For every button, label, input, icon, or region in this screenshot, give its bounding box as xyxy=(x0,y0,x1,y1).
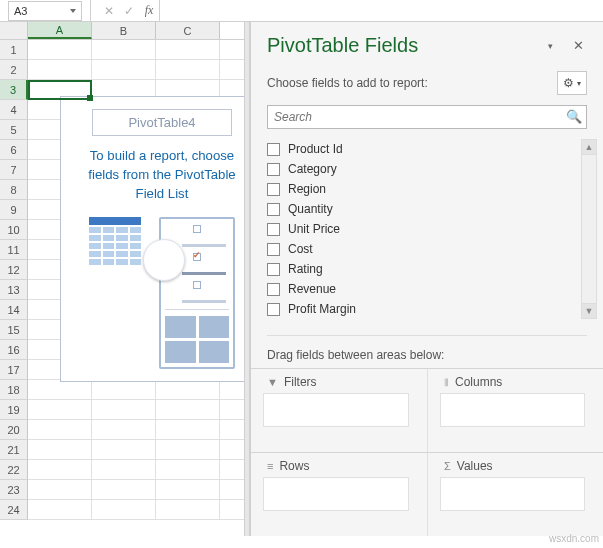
field-item[interactable]: Unit Price xyxy=(267,219,577,239)
column-header[interactable]: C xyxy=(156,22,220,39)
rows-area[interactable]: ≡Rows xyxy=(251,452,427,536)
values-area[interactable]: ΣValues xyxy=(427,452,603,536)
pivot-placeholder-message: To build a report, choose fields from th… xyxy=(71,146,244,203)
row-header[interactable]: 12 xyxy=(0,260,28,280)
pivot-fields-pane: PivotTable Fields ▾ ✕ Choose fields to a… xyxy=(250,22,603,536)
row-header[interactable]: 13 xyxy=(0,280,28,300)
cells-area[interactable]: PivotTable4 To build a report, choose fi… xyxy=(28,40,244,536)
checkbox-icon[interactable] xyxy=(267,203,280,216)
field-item[interactable]: Cost xyxy=(267,239,577,259)
drop-zone[interactable] xyxy=(440,477,585,511)
row-header[interactable]: 1 xyxy=(0,40,28,60)
select-all-corner[interactable] xyxy=(0,22,28,39)
area-label: Columns xyxy=(455,375,502,389)
filter-icon: ▼ xyxy=(267,376,278,388)
insert-function-icon[interactable]: fx xyxy=(139,1,159,21)
pane-collapse-icon[interactable]: ▾ xyxy=(541,37,559,55)
field-item[interactable]: Region xyxy=(267,179,577,199)
row-header[interactable]: 11 xyxy=(0,240,28,260)
scrollbar[interactable]: ▲ ▼ xyxy=(581,139,597,319)
row-header[interactable]: 6 xyxy=(0,140,28,160)
row-header[interactable]: 20 xyxy=(0,420,28,440)
row-header[interactable]: 7 xyxy=(0,160,28,180)
chevron-down-icon[interactable] xyxy=(70,9,76,13)
row-header[interactable]: 4 xyxy=(0,100,28,120)
row-header[interactable]: 21 xyxy=(0,440,28,460)
rows-icon: ≡ xyxy=(267,460,273,472)
pane-title: PivotTable Fields xyxy=(267,34,531,57)
pivot-illustration-circle-icon xyxy=(143,239,185,281)
pane-subtitle: Choose fields to add to report: xyxy=(267,76,557,90)
area-label: Values xyxy=(457,459,493,473)
checkbox-icon[interactable] xyxy=(267,303,280,316)
row-header[interactable]: 18 xyxy=(0,380,28,400)
checkbox-icon[interactable] xyxy=(267,223,280,236)
search-icon[interactable]: 🔍 xyxy=(566,109,582,124)
row-header[interactable]: 23 xyxy=(0,480,28,500)
field-label: Cost xyxy=(288,242,313,256)
row-header[interactable]: 24 xyxy=(0,500,28,520)
row-header[interactable]: 15 xyxy=(0,320,28,340)
pivot-table-name: PivotTable4 xyxy=(92,109,232,136)
area-label: Filters xyxy=(284,375,317,389)
checkbox-icon[interactable] xyxy=(267,183,280,196)
row-header[interactable]: 8 xyxy=(0,180,28,200)
row-header[interactable]: 3 xyxy=(0,80,28,100)
row-header[interactable]: 14 xyxy=(0,300,28,320)
pivot-illustration xyxy=(71,217,244,369)
field-list: Product Id Category Region Quantity Unit… xyxy=(267,139,577,319)
scroll-up-arrow-icon[interactable]: ▲ xyxy=(582,140,596,155)
column-header[interactable]: A xyxy=(28,22,92,39)
checkbox-icon[interactable] xyxy=(267,283,280,296)
field-item[interactable]: Category xyxy=(267,159,577,179)
pane-settings-button[interactable]: ⚙ ▾ xyxy=(557,71,587,95)
divider xyxy=(159,0,160,21)
formula-bar: A3 ✕ ✓ fx xyxy=(0,0,603,22)
checkbox-icon[interactable] xyxy=(267,243,280,256)
field-item[interactable]: Product Id xyxy=(267,139,577,159)
drop-zone[interactable] xyxy=(263,477,409,511)
divider xyxy=(90,0,91,21)
columns-area[interactable]: ⦀Columns xyxy=(427,368,603,452)
field-label: Revenue xyxy=(288,282,336,296)
formula-input[interactable] xyxy=(168,1,603,21)
drop-zone[interactable] xyxy=(440,393,585,427)
scroll-down-arrow-icon[interactable]: ▼ xyxy=(582,303,596,318)
watermark: wsxdn.com xyxy=(549,533,599,544)
column-header[interactable]: B xyxy=(92,22,156,39)
spreadsheet-grid: A B C 1 2 3 4 5 6 7 8 9 10 11 12 13 14 1… xyxy=(0,22,244,536)
area-label: Rows xyxy=(279,459,309,473)
checkbox-icon[interactable] xyxy=(267,143,280,156)
row-header[interactable]: 10 xyxy=(0,220,28,240)
field-item[interactable]: Rating xyxy=(267,259,577,279)
field-item[interactable]: Quantity xyxy=(267,199,577,219)
field-label: Unit Price xyxy=(288,222,340,236)
search-input[interactable] xyxy=(267,105,587,129)
row-header[interactable]: 17 xyxy=(0,360,28,380)
checkbox-icon[interactable] xyxy=(267,263,280,276)
pivot-illustration-table-icon xyxy=(89,217,141,265)
row-header[interactable]: 9 xyxy=(0,200,28,220)
confirm-icon[interactable]: ✓ xyxy=(119,1,139,21)
row-header[interactable]: 2 xyxy=(0,60,28,80)
close-icon[interactable]: ✕ xyxy=(569,37,587,55)
name-box[interactable]: A3 xyxy=(8,1,82,21)
cancel-icon[interactable]: ✕ xyxy=(99,1,119,21)
row-header[interactable]: 22 xyxy=(0,460,28,480)
field-label: Region xyxy=(288,182,326,196)
field-item[interactable]: Revenue xyxy=(267,279,577,299)
sigma-icon: Σ xyxy=(444,460,451,472)
field-item[interactable]: Profit Margin xyxy=(267,299,577,319)
row-header[interactable]: 5 xyxy=(0,120,28,140)
checkbox-icon[interactable] xyxy=(267,163,280,176)
row-header[interactable]: 19 xyxy=(0,400,28,420)
pivot-table-placeholder[interactable]: PivotTable4 To build a report, choose fi… xyxy=(60,96,244,382)
filters-area[interactable]: ▼Filters xyxy=(251,368,427,452)
chevron-down-icon: ▾ xyxy=(577,79,581,88)
drop-areas: ▼Filters ⦀Columns ≡Rows ΣValues xyxy=(251,368,603,536)
selected-cell[interactable] xyxy=(28,80,92,100)
drop-zone[interactable] xyxy=(263,393,409,427)
row-header[interactable]: 16 xyxy=(0,340,28,360)
field-label: Quantity xyxy=(288,202,333,216)
fill-handle[interactable] xyxy=(87,95,93,101)
